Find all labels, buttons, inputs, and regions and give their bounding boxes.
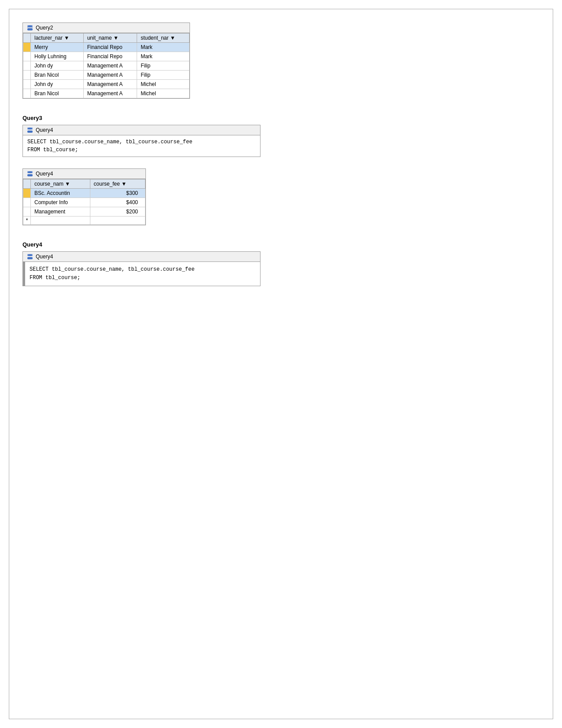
- cell-course-name: Computer Info: [31, 198, 90, 207]
- query2-tab[interactable]: Query2: [23, 23, 190, 33]
- query4-sql-bottom-section: Query4 SELECT tbl_course.course_name, tb…: [22, 251, 540, 289]
- query4-result-window: Query4 course_nam ▼ course_fee ▼ BSc. Ac…: [22, 168, 146, 225]
- row-indicator-cell: [23, 80, 31, 89]
- query2-section: Query2 lacturer_nar ▼ unit_name ▼ studen…: [22, 22, 540, 101]
- query4-sql-top-code: SELECT tbl_course.course_name, tbl_cours…: [23, 135, 260, 157]
- cell-course-fee: $200: [90, 207, 145, 217]
- query4-result-tab[interactable]: Query4: [23, 169, 145, 179]
- query2-tab-label: Query2: [36, 25, 53, 31]
- cell-unit: Management A: [83, 61, 137, 71]
- svg-rect-11: [27, 257, 33, 259]
- sql-line1-bottom: SELECT tbl_course.course_name, tbl_cours…: [30, 265, 194, 274]
- svg-rect-5: [27, 131, 33, 133]
- query4-sql-bottom-window: Query4 SELECT tbl_course.course_name, tb…: [22, 251, 261, 286]
- cell-unit: Management A: [83, 80, 137, 89]
- cell-unit: Management A: [83, 89, 137, 98]
- cell-lecturer: John dy: [31, 80, 84, 89]
- col-lecturer[interactable]: lacturer_nar ▼: [31, 34, 84, 43]
- query3-label: Query3: [22, 115, 540, 121]
- database-icon-bottom: [26, 253, 33, 260]
- table-row: Computer Info$400: [23, 198, 145, 207]
- table-row: Management$200: [23, 207, 145, 217]
- cell-student: Filip: [137, 61, 190, 71]
- query4-result-section: Query4 course_nam ▼ course_fee ▼ BSc. Ac…: [22, 168, 540, 228]
- row-indicator-cell: [23, 43, 31, 52]
- query4-tab-top[interactable]: Query4: [23, 125, 260, 135]
- col-student[interactable]: student_nar ▼: [137, 34, 190, 43]
- cell-student: Mark: [137, 43, 190, 52]
- query2-window: Query2 lacturer_nar ▼ unit_name ▼ studen…: [22, 22, 190, 99]
- table-row: Bran NicolManagement AMichel: [23, 89, 190, 98]
- query4-tab-bottom-label: Query4: [36, 254, 53, 260]
- cell-student: Mark: [137, 52, 190, 61]
- query2-header-row: lacturer_nar ▼ unit_name ▼ student_nar ▼: [23, 34, 190, 43]
- row-indicator-cell: [23, 89, 31, 98]
- query4-sql-top-section: Query4 SELECT tbl_course.course_name, tb…: [22, 125, 540, 160]
- row-indicator-cell: [23, 71, 31, 80]
- cell-lecturer: Bran Nicol: [31, 89, 84, 98]
- query4-tab-top-label: Query4: [36, 127, 53, 133]
- row-indicator-cell: [23, 52, 31, 61]
- query4-label: Query4: [22, 241, 540, 248]
- sql-line1-top: SELECT tbl_course.course_name, tbl_cours…: [27, 138, 256, 146]
- database-icon-result: [26, 170, 33, 177]
- row-indicator-cell: [23, 61, 31, 71]
- sql-line2-bottom: FROM tbl_course;: [30, 274, 194, 282]
- cell-unit: Financial Repo: [83, 52, 137, 61]
- row-indicator-cell: [23, 198, 31, 207]
- cell-lecturer: Merry: [31, 43, 84, 52]
- table-row: Bran NicolManagement AFilip: [23, 71, 190, 80]
- row-indicator-cell: [23, 189, 31, 198]
- query4-sql-body: SELECT tbl_course.course_name, tbl_cours…: [23, 262, 260, 286]
- cell-student: Filip: [137, 71, 190, 80]
- cell-unit: Financial Repo: [83, 43, 137, 52]
- cell-student: Michel: [137, 80, 190, 89]
- query4-tab-bottom[interactable]: Query4: [23, 252, 260, 262]
- asterisk-course-fee: [90, 217, 145, 225]
- cell-lecturer: John dy: [31, 61, 84, 71]
- query4-row-indicator-header: [23, 179, 31, 189]
- cell-lecturer: Holly Luhning: [31, 52, 84, 61]
- cell-unit: Management A: [83, 71, 137, 80]
- row-indicator-header: [23, 34, 31, 43]
- page-border: Query2 lacturer_nar ▼ unit_name ▼ studen…: [9, 9, 553, 719]
- col-course-name[interactable]: course_nam ▼: [31, 179, 90, 189]
- col-unit[interactable]: unit_name ▼: [83, 34, 137, 43]
- cell-course-name: Management: [31, 207, 90, 217]
- sql-line2-top: FROM tbl_course;: [27, 146, 256, 154]
- table-row: BSc. Accountin$300: [23, 189, 145, 198]
- database-icon-top: [26, 127, 33, 134]
- col-course-fee[interactable]: course_fee ▼: [90, 179, 145, 189]
- asterisk-indicator: *: [23, 217, 31, 225]
- row-indicator-cell: [23, 207, 31, 217]
- svg-rect-8: [27, 174, 33, 176]
- table-row: MerryFinancial RepoMark: [23, 43, 190, 52]
- database-icon: [26, 24, 33, 31]
- query4-header-row: course_nam ▼ course_fee ▼: [23, 179, 145, 189]
- table-row: John dyManagement AMichel: [23, 80, 190, 89]
- query4-sql-bottom-code: SELECT tbl_course.course_name, tbl_cours…: [25, 262, 199, 286]
- cell-course-name: BSc. Accountin: [31, 189, 90, 198]
- cell-course-fee: $400: [90, 198, 145, 207]
- query2-table: lacturer_nar ▼ unit_name ▼ student_nar ▼…: [23, 33, 190, 98]
- cell-student: Michel: [137, 89, 190, 98]
- cell-lecturer: Bran Nicol: [31, 71, 84, 80]
- table-row: John dyManagement AFilip: [23, 61, 190, 71]
- asterisk-course-name: [31, 217, 90, 225]
- query4-result-tab-label: Query4: [36, 171, 53, 177]
- asterisk-row: *: [23, 217, 145, 225]
- query4-sql-top-window: Query4 SELECT tbl_course.course_name, tb…: [22, 125, 261, 157]
- svg-rect-1: [27, 28, 33, 30]
- table-row: Holly LuhningFinancial RepoMark: [23, 52, 190, 61]
- query4-result-table: course_nam ▼ course_fee ▼ BSc. Accountin…: [23, 179, 145, 225]
- cell-course-fee: $300: [90, 189, 145, 198]
